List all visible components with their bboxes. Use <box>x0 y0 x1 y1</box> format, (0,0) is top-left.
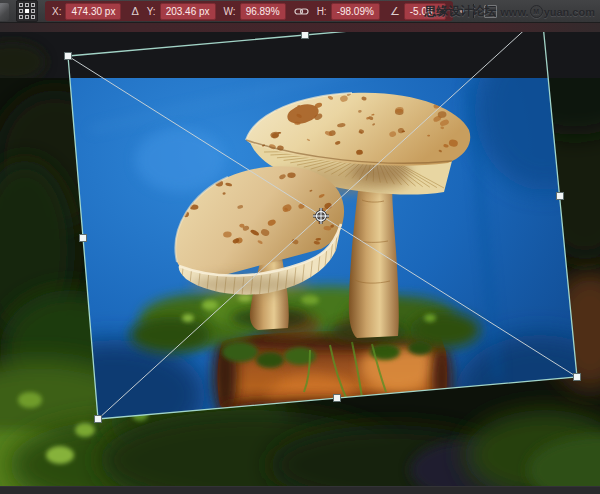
transform-options-bar: X: 474.30 px Δ Y: 203.46 px W: 96.89% H:… <box>0 0 600 23</box>
document-canvas[interactable] <box>0 0 600 494</box>
handle-left-center[interactable] <box>80 235 87 242</box>
w-label: W: <box>224 6 236 17</box>
refpoint-cell[interactable] <box>31 3 35 7</box>
watermark-forum-name: 思缘设计论坛 <box>424 3 496 20</box>
handle-top-left[interactable] <box>65 53 72 60</box>
watermark-logo-icon: M <box>530 5 543 18</box>
refpoint-cell[interactable] <box>19 15 23 19</box>
refpoint-cell[interactable] <box>31 15 35 19</box>
photoshop-window: X: 474.30 px Δ Y: 203.46 px W: 96.89% H:… <box>0 0 600 494</box>
refpoint-cell[interactable] <box>31 9 35 13</box>
w-value-field[interactable]: 96.89% <box>240 3 286 20</box>
watermark-url-suffix: yuan.com <box>544 6 595 18</box>
tool-icon-fragment <box>0 3 9 21</box>
h-value-field[interactable]: -98.09% <box>331 3 380 20</box>
watermark-url: www. M yuan.com <box>500 5 595 18</box>
x-value-field[interactable]: 474.30 px <box>65 3 121 20</box>
relative-position-delta-icon[interactable]: Δ <box>131 5 138 17</box>
handle-right-center[interactable] <box>557 193 564 200</box>
handle-top-center[interactable] <box>302 32 309 39</box>
link-dimensions-icon[interactable] <box>294 7 309 16</box>
watermark: 思缘设计论坛 www. M yuan.com <box>424 3 595 20</box>
reference-point-locator[interactable] <box>16 0 38 22</box>
refpoint-cell[interactable] <box>19 9 23 13</box>
toolbar-red-underline <box>0 23 600 32</box>
transform-values-group: X: 474.30 px Δ Y: 203.46 px W: 96.89% H:… <box>45 1 453 21</box>
refpoint-cell[interactable] <box>25 3 29 7</box>
handle-bottom-left[interactable] <box>95 416 102 423</box>
rotation-angle-icon: ∠ <box>390 5 400 18</box>
x-label: X: <box>52 6 61 17</box>
refpoint-cell[interactable] <box>19 3 23 7</box>
refpoint-cell[interactable] <box>25 15 29 19</box>
handle-bottom-center[interactable] <box>334 395 341 402</box>
refpoint-cell-center[interactable] <box>25 9 29 13</box>
handle-bottom-right[interactable] <box>574 374 581 381</box>
watermark-url-prefix: www. <box>500 6 528 18</box>
window-bottom-strip <box>0 486 600 494</box>
y-value-field[interactable]: 203.46 px <box>160 3 216 20</box>
y-label: Y: <box>147 6 156 17</box>
h-label: H: <box>317 6 327 17</box>
